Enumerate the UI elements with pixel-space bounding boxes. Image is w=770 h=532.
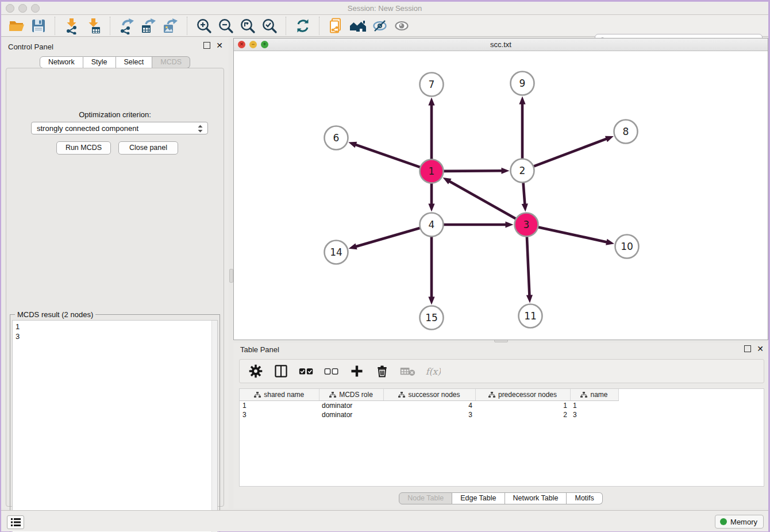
toolbar-separator: [55, 17, 56, 35]
select-value: strongly connected component: [37, 124, 138, 133]
close-panel-icon[interactable]: ✕: [216, 43, 223, 48]
save-session-icon[interactable]: [28, 16, 49, 36]
hide-selected-icon[interactable]: [369, 16, 391, 36]
tab-edge-table[interactable]: Edge Table: [452, 492, 505, 504]
mcds-tab-content: Optimization criterion: strongly connect…: [6, 68, 224, 507]
table-cell[interactable]: 1: [240, 401, 319, 411]
mcds-result-area[interactable]: 1 3: [12, 320, 218, 532]
control-panel-tabs: Network Style Select MCDS: [1, 56, 229, 68]
zoom-fit-icon[interactable]: [237, 16, 259, 36]
table-header-row[interactable]: shared nameMCDS rolesuccessor nodesprede…: [240, 389, 618, 401]
open-file-icon[interactable]: [6, 16, 28, 36]
export-network-icon[interactable]: [116, 16, 138, 36]
export-table-icon[interactable]: [138, 16, 160, 36]
chevron-up-down-icon: [197, 124, 203, 137]
tab-motifs[interactable]: Motifs: [567, 492, 602, 504]
tab-mcds[interactable]: MCDS: [152, 56, 190, 68]
network-window-titlebar: ✕ − + scc.txt: [234, 38, 768, 51]
table-body: 1dominator4113dominator323: [240, 401, 618, 420]
import-network-icon[interactable]: [61, 16, 83, 36]
zoom-selected-icon[interactable]: [259, 16, 280, 36]
table-cell[interactable]: 2: [475, 410, 570, 419]
tab-node-table[interactable]: Node Table: [399, 492, 452, 504]
edge-arrowhead: [526, 295, 533, 303]
node-label: 8: [623, 126, 629, 137]
table-cell[interactable]: dominator: [319, 401, 383, 411]
tab-network[interactable]: Network: [40, 56, 83, 68]
add-column-icon[interactable]: [349, 363, 365, 379]
deselect-all-checkboxes-icon[interactable]: [324, 363, 340, 379]
table-panel: Table Panel ✕ f(x) shar: [233, 343, 768, 508]
graph-edge-1-6[interactable]: [355, 144, 420, 167]
graph-edge-1-2[interactable]: [444, 171, 502, 171]
node-table: shared nameMCDS rolesuccessor nodesprede…: [239, 388, 764, 487]
network-canvas[interactable]: 1234678910111415: [234, 51, 768, 340]
graph-edge-3-1[interactable]: [449, 181, 515, 219]
window-titlebar: Session: New Session: [1, 2, 768, 15]
node-label: 4: [429, 219, 435, 230]
column-header[interactable]: successor nodes: [383, 389, 475, 401]
refresh-view-icon[interactable]: [292, 16, 314, 36]
toolbar-separator: [187, 17, 188, 35]
table-cell[interactable]: 3: [570, 410, 618, 419]
memory-button[interactable]: Memory: [715, 515, 764, 529]
new-network-from-selection-icon[interactable]: [325, 16, 347, 36]
table-row[interactable]: 3dominator323: [240, 410, 618, 419]
zoom-in-icon[interactable]: [193, 16, 215, 36]
result-scrollbar[interactable]: [211, 321, 217, 532]
close-table-panel-icon[interactable]: ✕: [757, 346, 764, 352]
export-image-icon[interactable]: [160, 16, 182, 36]
graph-edge-3-11[interactable]: [527, 237, 530, 296]
column-header[interactable]: MCDS role: [319, 389, 383, 401]
column-header[interactable]: shared name: [240, 389, 319, 401]
tab-select[interactable]: Select: [116, 56, 153, 68]
edge-arrowhead: [522, 203, 528, 211]
control-panel-title: Control Panel: [8, 43, 53, 51]
graph-edge-4-14[interactable]: [355, 228, 419, 246]
table-cell[interactable]: 3: [240, 410, 319, 419]
float-table-panel-icon[interactable]: [744, 345, 751, 352]
toolbar-separator: [319, 17, 320, 35]
edge-arrowhead: [428, 204, 434, 212]
window-title: Session: New Session: [1, 4, 768, 13]
graph-edge-2-8[interactable]: [534, 138, 607, 166]
column-header[interactable]: name: [570, 389, 618, 401]
float-panel-icon[interactable]: [203, 42, 210, 49]
houses-icon[interactable]: [347, 16, 369, 36]
mcds-result-title: MCDS result (2 nodes): [15, 310, 95, 319]
graph-edge-2-3[interactable]: [523, 183, 525, 205]
edge-arrowhead: [428, 98, 434, 106]
column-header[interactable]: predecessor nodes: [475, 389, 570, 401]
node-label: 2: [519, 165, 526, 176]
edge-arrowhead: [349, 243, 357, 249]
delete-column-trash-icon[interactable]: [374, 363, 390, 379]
node-label: 1: [429, 165, 435, 177]
vertical-splitter-handle[interactable]: [229, 269, 233, 283]
show-column-panel-icon[interactable]: [273, 363, 289, 379]
network-graph: 1234678910111415: [234, 51, 768, 340]
tab-network-table[interactable]: Network Table: [505, 492, 567, 504]
table-cell[interactable]: 3: [383, 410, 475, 419]
tab-style[interactable]: Style: [83, 56, 116, 68]
table-cell[interactable]: dominator: [319, 410, 383, 419]
edge-arrowhead: [605, 136, 614, 142]
task-history-button[interactable]: [7, 515, 24, 529]
table-toolbar: f(x): [239, 359, 764, 383]
table-cell[interactable]: 1: [570, 401, 618, 411]
run-mcds-button[interactable]: Run MCDS: [56, 141, 111, 155]
zoom-out-icon[interactable]: [215, 16, 237, 36]
table-cell[interactable]: 1: [475, 401, 570, 411]
edge-arrowhead: [348, 142, 357, 148]
table-settings-gear-icon[interactable]: [248, 363, 264, 379]
graph-edge-3-10[interactable]: [538, 228, 607, 242]
close-panel-button[interactable]: Close panel: [118, 141, 178, 155]
import-table-icon[interactable]: [83, 16, 105, 36]
table-panel-title: Table Panel: [240, 345, 279, 354]
select-all-checkboxes-icon[interactable]: [298, 363, 314, 379]
table-cell[interactable]: 4: [383, 401, 475, 411]
edge-arrowhead: [501, 168, 509, 174]
optimization-criterion-select[interactable]: strongly connected component: [31, 122, 208, 134]
table-row[interactable]: 1dominator411: [240, 401, 618, 411]
node-label: 7: [429, 79, 435, 90]
show-all-eye-icon[interactable]: [391, 16, 413, 36]
